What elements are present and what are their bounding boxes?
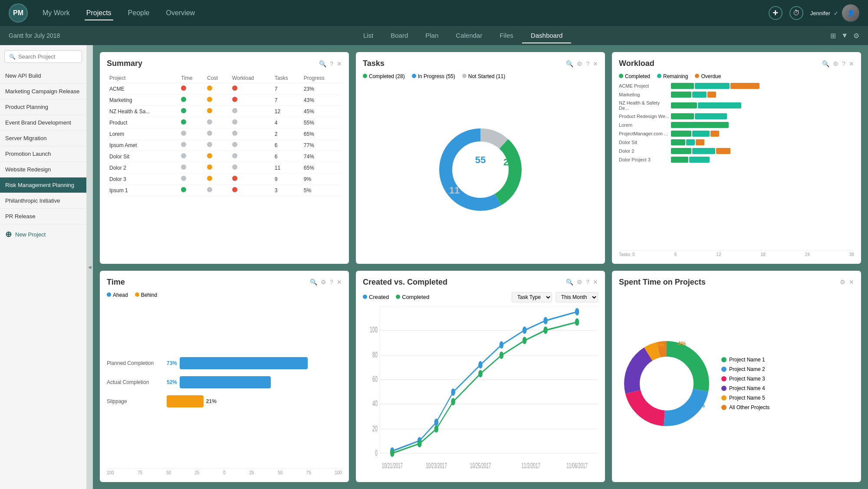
tab-files[interactable]: Files — [491, 28, 522, 43]
grid-icon[interactable]: ⊞ — [830, 32, 836, 40]
workload-row-bars — [671, 157, 854, 163]
user-menu[interactable]: Jennifer ✓ 👤 — [810, 4, 859, 22]
add-button[interactable]: + — [769, 6, 783, 20]
time-pct-planned: 73% — [167, 360, 177, 366]
summary-time-dot — [178, 174, 204, 185]
sidebar-item-promotion-launch[interactable]: Promotion Launch — [0, 146, 86, 162]
search-input[interactable] — [18, 53, 87, 60]
tasks-help-icon[interactable]: ? — [586, 60, 589, 67]
sidebar-item-marketing-campaign[interactable]: Marketing Campaign Release — [0, 84, 86, 99]
cvc-task-type-dropdown[interactable]: Task Type — [512, 292, 552, 302]
col-workload: Workload — [230, 73, 272, 83]
cvc-search-icon[interactable]: 🔍 — [566, 279, 573, 286]
workload-legend: Completed Remaining Overdue — [619, 73, 854, 79]
tab-plan[interactable]: Plan — [417, 28, 447, 43]
spent-close-icon[interactable]: ✕ — [849, 279, 854, 286]
cvc-controls-row: Created Completed Task Type This Month — [363, 292, 598, 302]
workload-row-bars — [671, 113, 854, 119]
workload-row-label: ProjectManager.com ... — [619, 131, 671, 136]
workload-axis: Tasks: 0612182430 — [619, 250, 854, 257]
svg-text:10/25/2017: 10/25/2017 — [470, 461, 491, 469]
cvc-legend-created: Created — [363, 294, 389, 300]
summary-widget: Summary 🔍 ? ✕ Project Time Cost Workload — [100, 52, 349, 264]
time-legend-ahead: Ahead — [107, 292, 128, 298]
table-row: Dolor 3 9 9% — [107, 174, 342, 185]
sidebar-collapse-handle[interactable]: ◀ — [87, 45, 93, 489]
tab-list[interactable]: List — [355, 28, 382, 43]
sidebar-item-event-brand[interactable]: Event Brand Development — [0, 115, 86, 131]
time-row-actual: Actual Completion 52% — [107, 376, 342, 388]
tab-calendar[interactable]: Calendar — [447, 28, 491, 43]
sidebar-item-website-redesign[interactable]: Website Redesign — [0, 162, 86, 177]
tab-dashboard[interactable]: Dashboard — [522, 28, 571, 43]
settings-icon[interactable]: ⚙ — [853, 32, 859, 40]
svg-text:60: 60 — [372, 374, 378, 383]
tasks-close-icon[interactable]: ✕ — [593, 60, 598, 67]
time-actions: 🔍 ⚙ ? ✕ — [310, 279, 342, 286]
svg-point-37 — [434, 425, 439, 433]
tasks-settings-icon[interactable]: ⚙ — [577, 60, 582, 67]
logo[interactable]: PM — [9, 3, 28, 23]
summary-workload-dot — [230, 151, 272, 162]
sidebar-item-product-planning[interactable]: Product Planning — [0, 99, 86, 115]
time-help-icon[interactable]: ? — [330, 279, 333, 286]
tasks-header: Tasks 🔍 ⚙ ? ✕ — [363, 59, 598, 68]
workload-row-label: NZ Health & Safety De... — [619, 100, 671, 111]
workload-remaining-bar — [689, 157, 710, 163]
sidebar-item-new-api-build[interactable]: New API Build — [0, 68, 86, 84]
tasks-search-icon[interactable]: 🔍 — [566, 60, 573, 67]
spent-label-6: All Other Projects — [729, 404, 769, 410]
summary-workload-dot — [230, 95, 272, 106]
sub-nav-tabs: List Board Plan Calendar Files Dashboard — [95, 28, 830, 43]
sidebar-item-server-migration[interactable]: Server Migration — [0, 131, 86, 146]
summary-table: Project Time Cost Workload Tasks Progres… — [107, 73, 342, 196]
nav-overview[interactable]: Overview — [164, 6, 197, 20]
cvc-this-month-dropdown[interactable]: This Month — [556, 292, 598, 302]
workload-settings-icon[interactable]: ⚙ — [833, 60, 838, 67]
cvc-close-icon[interactable]: ✕ — [593, 279, 598, 286]
table-row: Product 4 55% — [107, 117, 342, 128]
new-project-button[interactable]: ⊕ New Project — [0, 224, 86, 244]
summary-help-icon[interactable]: ? — [330, 60, 333, 67]
time-close-icon[interactable]: ✕ — [337, 279, 342, 286]
svg-text:0: 0 — [375, 448, 378, 457]
time-widget: Time 🔍 ⚙ ? ✕ Ahead Behind Planned Comple… — [100, 271, 349, 482]
summary-search-icon[interactable]: 🔍 — [319, 60, 326, 67]
cvc-settings-icon[interactable]: ⚙ — [577, 279, 582, 286]
summary-title: Summary — [107, 59, 142, 68]
time-bar-planned — [180, 357, 308, 369]
search-icon: 🔍 — [9, 54, 16, 60]
workload-row: Dolor Sit — [619, 139, 854, 145]
summary-progress-pct: 74% — [301, 151, 342, 162]
time-settings-icon[interactable]: ⚙ — [321, 279, 326, 286]
summary-workload-dot — [230, 117, 272, 128]
sidebar-item-risk-management[interactable]: Risk Management Planning — [0, 177, 86, 193]
nav-people[interactable]: People — [126, 6, 151, 20]
workload-remaining-bar — [692, 148, 715, 154]
col-tasks: Tasks — [272, 73, 301, 83]
time-legend-behind: Behind — [135, 292, 157, 298]
nav-my-work[interactable]: My Work — [41, 6, 72, 20]
workload-close-icon[interactable]: ✕ — [849, 60, 854, 67]
spent-settings-icon[interactable]: ⚙ — [840, 279, 845, 286]
cvc-help-icon[interactable]: ? — [586, 279, 589, 286]
workload-legend-overdue: Overdue — [695, 73, 721, 79]
cvc-actions: 🔍 ⚙ ? ✕ — [566, 279, 598, 286]
search-box[interactable]: 🔍 — [4, 50, 82, 63]
sidebar-item-pr-release[interactable]: PR Release — [0, 209, 86, 224]
filter-icon[interactable]: ▼ — [841, 32, 848, 39]
tab-board[interactable]: Board — [382, 28, 417, 43]
workload-remaining-bar — [695, 113, 727, 119]
time-search-icon[interactable]: 🔍 — [310, 279, 317, 286]
workload-remaining-bar — [686, 139, 695, 145]
workload-completed-bar — [671, 148, 691, 154]
nav-right: + ⏱ Jennifer ✓ 👤 — [769, 4, 859, 22]
nav-projects[interactable]: Projects — [85, 6, 113, 20]
workload-search-icon[interactable]: 🔍 — [822, 60, 829, 67]
clock-button[interactable]: ⏱ — [789, 6, 803, 20]
time-bar-slippage — [167, 395, 204, 407]
sidebar-item-philanthropic[interactable]: Philanthropic Initiative — [0, 193, 86, 209]
summary-cost-dot — [204, 117, 230, 128]
workload-help-icon[interactable]: ? — [842, 60, 845, 67]
summary-close-icon[interactable]: ✕ — [337, 60, 342, 67]
